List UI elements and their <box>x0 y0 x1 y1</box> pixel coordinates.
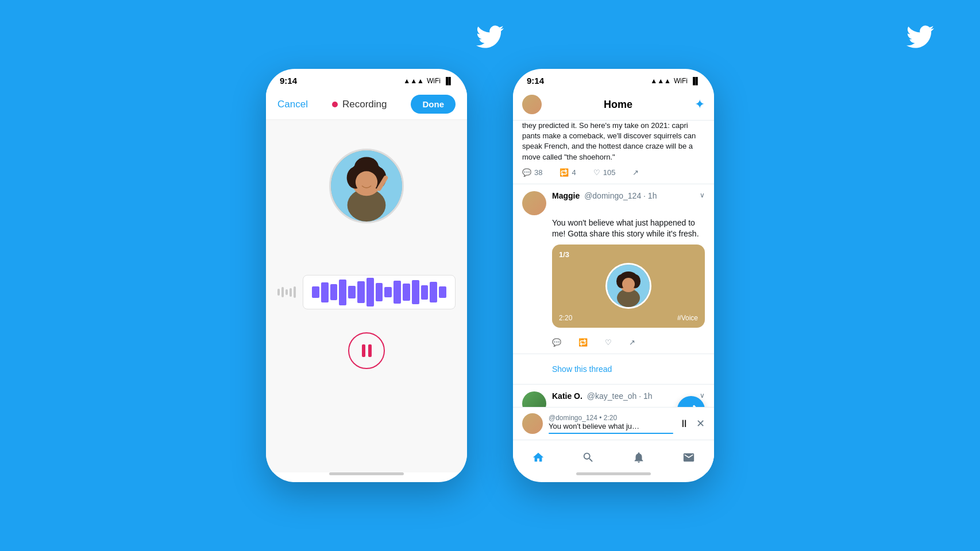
svg-point-7 <box>356 171 377 193</box>
katie-name: Katie O. <box>552 391 582 401</box>
reply-icon-2: 💬 <box>552 338 561 347</box>
phone2-content: Home ✦ they predicted it. So here's my t… <box>513 89 714 472</box>
cancel-button[interactable]: Cancel <box>277 99 308 110</box>
chevron-down-icon[interactable]: ∨ <box>700 191 705 199</box>
player-close-button[interactable]: ✕ <box>696 417 705 430</box>
player-pause-button[interactable]: ⏸ <box>679 418 689 430</box>
voice-card-bottom: 2:20 #Voice <box>559 314 698 322</box>
recording-toolbar: Cancel Recording Done <box>266 89 467 120</box>
maggie-retweet-action[interactable]: 🔁 <box>578 338 588 347</box>
maggie-tweet-actions: 💬 🔁 ♡ ↗ <box>552 338 705 347</box>
nav-notifications[interactable] <box>627 446 650 469</box>
wifi-icon-2: WiFi <box>674 77 688 85</box>
phone-feed: 9:14 ▲▲▲ WiFi ▐▌ Home ✦ they predicted i… <box>513 69 714 482</box>
waveform-active <box>303 275 456 309</box>
maggie-meta: Maggie @domingo_124 · 1h <box>552 191 657 200</box>
user-avatar-small[interactable] <box>522 95 542 114</box>
done-button[interactable]: Done <box>411 95 456 114</box>
like-icon: ♡ <box>593 168 600 177</box>
maggie-handle: @domingo_124 <box>584 191 641 200</box>
wave-bar-9 <box>384 287 392 297</box>
retweet-action[interactable]: 🔁 4 <box>560 168 576 177</box>
share-icon: ↗ <box>632 168 639 177</box>
reply-icon: 💬 <box>522 168 531 177</box>
tweet-feed: they predicted it. So here's my take on … <box>513 121 714 407</box>
wave-bar-7 <box>366 278 374 306</box>
wave-bar-14 <box>430 282 437 302</box>
wave-bar-13 <box>421 285 429 300</box>
pause-icon <box>362 344 372 357</box>
waveform-past <box>277 286 296 298</box>
feed-title: Home <box>604 99 632 111</box>
voice-card-avatar-image <box>607 265 650 307</box>
show-thread-link[interactable]: Show this thread <box>552 359 705 379</box>
status-icons-1: ▲▲▲ WiFi ▐▌ <box>403 77 453 85</box>
reply-count: 38 <box>534 168 542 177</box>
pause-section <box>266 332 467 369</box>
home-indicator-2 <box>576 472 651 475</box>
maggie-reply-action[interactable]: 💬 <box>552 338 561 347</box>
battery-icon-2: ▐▌ <box>690 77 700 85</box>
tweet-partial-text: they predicted it. So here's my take on … <box>522 121 705 162</box>
wave-bar-6 <box>357 281 365 303</box>
reply-action[interactable]: 💬 38 <box>522 168 542 177</box>
feed-header: Home ✦ <box>513 89 714 121</box>
tweet-maggie-header: Maggie @domingo_124 · 1h ∨ <box>522 191 705 215</box>
past-bar-1 <box>277 289 280 296</box>
past-bar-2 <box>281 287 284 297</box>
player-controls: ⏸ ✕ <box>679 417 705 430</box>
voice-card-time: 2:20 <box>559 314 572 322</box>
avatar-image <box>331 150 402 222</box>
like-action[interactable]: ♡ 105 <box>593 168 616 177</box>
wave-bar-2 <box>321 282 329 302</box>
chevron-down-icon-2[interactable]: ∨ <box>700 391 705 399</box>
sparkle-icon[interactable]: ✦ <box>695 97 705 112</box>
nav-home[interactable] <box>527 446 550 469</box>
wave-bar-10 <box>393 281 401 304</box>
tweet-katie: Katie O. @kay_tee_oh · 1h ∨ Animals must… <box>513 385 714 407</box>
waveform-section <box>266 275 467 309</box>
retweet-icon-2: 🔁 <box>578 338 588 347</box>
katie-handle: @kay_tee_oh <box>587 391 637 401</box>
avatar-section <box>266 120 467 240</box>
player-avatar <box>522 413 543 434</box>
tweet-partial: they predicted it. So here's my take on … <box>513 121 714 184</box>
status-bar-2: 9:14 ▲▲▲ WiFi ▐▌ <box>513 69 714 89</box>
wifi-icon: WiFi <box>427 77 441 85</box>
nav-messages[interactable] <box>677 446 700 469</box>
wave-bar-15 <box>439 286 446 298</box>
phone1-content: Cancel Recording Done <box>266 89 467 472</box>
status-bar-1: 9:14 ▲▲▲ WiFi ▐▌ <box>266 69 467 89</box>
show-thread-row: Show this thread <box>513 354 714 385</box>
recording-dot <box>332 102 338 107</box>
nav-search[interactable] <box>577 446 600 469</box>
status-time-2: 9:14 <box>527 76 544 86</box>
user-avatar <box>329 149 404 223</box>
recording-label: Recording <box>342 99 387 110</box>
past-bar-3 <box>285 289 288 295</box>
pause-button[interactable] <box>348 332 385 369</box>
tweet-katie-header: Katie O. @kay_tee_oh · 1h ∨ <box>522 391 705 407</box>
battery-icon: ▐▌ <box>443 77 453 85</box>
wave-bar-12 <box>412 280 419 304</box>
katie-meta: Katie O. @kay_tee_oh · 1h <box>552 391 653 401</box>
phones-container: 9:14 ▲▲▲ WiFi ▐▌ Cancel Recording Done <box>266 69 714 482</box>
maggie-avatar[interactable] <box>522 191 546 215</box>
signal-icon: ▲▲▲ <box>403 77 424 85</box>
status-icons-2: ▲▲▲ WiFi ▐▌ <box>650 77 700 85</box>
maggie-time: · 1h <box>643 191 657 200</box>
svg-point-15 <box>622 278 635 290</box>
retweet-count: 4 <box>572 168 576 177</box>
katie-avatar[interactable] <box>522 391 546 407</box>
maggie-like-action[interactable]: ♡ <box>605 338 612 347</box>
tweet-maggie-user: Maggie @domingo_124 · 1h <box>522 191 657 215</box>
voice-tweet-card[interactable]: 1/3 <box>552 245 705 328</box>
voice-card-hashtag: #Voice <box>677 314 698 322</box>
maggie-share-action[interactable]: ↗ <box>629 338 635 347</box>
retweet-icon: 🔁 <box>560 168 569 177</box>
share-action[interactable]: ↗ <box>632 168 639 177</box>
bottom-nav <box>513 440 714 472</box>
like-count: 105 <box>603 168 616 177</box>
player-progress-bar <box>549 433 673 434</box>
share-icon-2: ↗ <box>629 338 635 347</box>
